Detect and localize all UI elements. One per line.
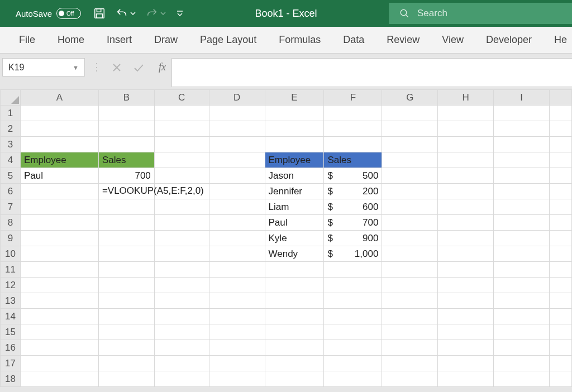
cell[interactable]: [154, 137, 209, 152]
cell[interactable]: [382, 246, 438, 262]
cell[interactable]: [98, 309, 154, 324]
cell[interactable]: [494, 246, 550, 262]
spreadsheet-grid[interactable]: A B C D E F G H I 1234EmployeeSalesEmplo…: [0, 89, 572, 387]
cell[interactable]: [209, 199, 265, 215]
cell[interactable]: [494, 340, 550, 356]
tab-formulas[interactable]: Formulas: [268, 27, 332, 53]
cell[interactable]: [549, 246, 571, 262]
cell[interactable]: [154, 278, 209, 293]
right-sales[interactable]: $900: [324, 231, 382, 246]
cell[interactable]: [265, 278, 324, 293]
name-box[interactable]: K19 ▼: [2, 58, 85, 77]
col-header[interactable]: H: [438, 90, 494, 106]
cell[interactable]: [324, 324, 382, 340]
right-employee[interactable]: Jason: [265, 168, 324, 184]
col-header[interactable]: C: [154, 90, 209, 106]
cell[interactable]: [549, 106, 571, 121]
right-sales[interactable]: $200: [324, 184, 382, 199]
cell[interactable]: [209, 324, 265, 340]
cell[interactable]: [438, 152, 494, 168]
cell[interactable]: [154, 371, 209, 387]
col-header[interactable]: I: [494, 90, 550, 106]
cell[interactable]: [438, 278, 494, 293]
cell[interactable]: [154, 121, 209, 137]
save-icon[interactable]: [93, 7, 106, 20]
cell[interactable]: [20, 309, 98, 324]
row-header[interactable]: 3: [1, 137, 21, 152]
cell[interactable]: [324, 106, 382, 121]
cell[interactable]: [20, 199, 98, 215]
cell[interactable]: [20, 278, 98, 293]
right-employee[interactable]: Paul: [265, 215, 324, 231]
insert-function-button[interactable]: fx: [155, 61, 166, 73]
cell[interactable]: [438, 106, 494, 121]
cell[interactable]: [438, 215, 494, 231]
col-header[interactable]: E: [265, 90, 324, 106]
cell[interactable]: [494, 184, 550, 199]
cell[interactable]: [324, 262, 382, 278]
cell[interactable]: [438, 199, 494, 215]
cell[interactable]: [549, 121, 571, 137]
cell[interactable]: [382, 324, 438, 340]
row-header[interactable]: 10: [1, 246, 21, 262]
cell[interactable]: [98, 231, 154, 246]
cell[interactable]: [438, 262, 494, 278]
cell[interactable]: [382, 168, 438, 184]
cell[interactable]: [382, 184, 438, 199]
cell[interactable]: [549, 199, 571, 215]
cell[interactable]: [324, 309, 382, 324]
cell[interactable]: [20, 262, 98, 278]
cell[interactable]: [154, 199, 209, 215]
right-sales[interactable]: $1,000: [324, 246, 382, 262]
cell[interactable]: [98, 293, 154, 309]
cell[interactable]: [494, 324, 550, 340]
cell[interactable]: [494, 356, 550, 371]
cell[interactable]: [324, 137, 382, 152]
tab-page-layout[interactable]: Page Layout: [189, 27, 268, 53]
cell[interactable]: [98, 262, 154, 278]
cell[interactable]: [382, 152, 438, 168]
cell[interactable]: [438, 168, 494, 184]
cell[interactable]: [98, 121, 154, 137]
cell[interactable]: [494, 231, 550, 246]
cell[interactable]: [154, 356, 209, 371]
cell[interactable]: [494, 199, 550, 215]
cell[interactable]: [549, 231, 571, 246]
cell[interactable]: [98, 340, 154, 356]
col-header[interactable]: A: [20, 90, 98, 106]
cell[interactable]: [549, 152, 571, 168]
cell[interactable]: [98, 324, 154, 340]
cell[interactable]: [438, 324, 494, 340]
row-header[interactable]: 12: [1, 278, 21, 293]
formula-input[interactable]: [171, 58, 572, 87]
left-sales[interactable]: 700: [98, 168, 154, 184]
cell[interactable]: [209, 168, 265, 184]
cell[interactable]: [265, 324, 324, 340]
cell[interactable]: [549, 278, 571, 293]
right-employee[interactable]: Kyle: [265, 231, 324, 246]
cell[interactable]: [438, 356, 494, 371]
cell[interactable]: [549, 309, 571, 324]
cell[interactable]: [494, 262, 550, 278]
cell[interactable]: [20, 324, 98, 340]
cell[interactable]: [98, 106, 154, 121]
qat-customize-icon[interactable]: [176, 9, 184, 17]
tab-developer[interactable]: Developer: [475, 27, 543, 53]
toggle-switch[interactable]: Off: [56, 8, 81, 19]
row-header[interactable]: 6: [1, 184, 21, 199]
cell[interactable]: [98, 215, 154, 231]
cell[interactable]: [154, 340, 209, 356]
cell[interactable]: [549, 340, 571, 356]
enter-icon[interactable]: [133, 63, 144, 73]
cell[interactable]: [324, 121, 382, 137]
cell[interactable]: [494, 371, 550, 387]
col-header[interactable]: F: [324, 90, 382, 106]
cell[interactable]: [549, 168, 571, 184]
row-header[interactable]: 18: [1, 371, 21, 387]
cell[interactable]: [154, 106, 209, 121]
cell[interactable]: [20, 121, 98, 137]
right-employee[interactable]: Wendy: [265, 246, 324, 262]
col-header[interactable]: [549, 90, 571, 106]
cell[interactable]: [494, 121, 550, 137]
undo-button[interactable]: [116, 7, 136, 20]
